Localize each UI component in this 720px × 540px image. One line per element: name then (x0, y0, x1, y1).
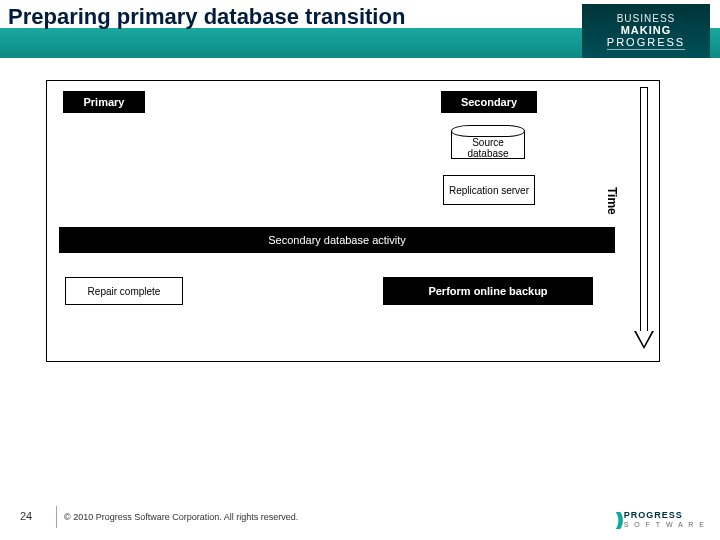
source-database-icon: Source database (451, 125, 525, 159)
logo-chevrons-icon: )) (616, 509, 620, 530)
primary-label: Primary (63, 91, 145, 113)
corporate-tag: BUSINESS MAKING PROGRESS (582, 4, 710, 58)
corp-line1: BUSINESS (617, 13, 676, 24)
corp-line3: PROGRESS (607, 36, 685, 50)
corp-line2: MAKING (621, 24, 672, 36)
source-database-label: Source database (451, 137, 525, 159)
time-label: Time (605, 187, 619, 215)
replication-server-box: Replication server (443, 175, 535, 205)
page-number: 24 (20, 510, 32, 522)
time-arrow: Time (621, 87, 653, 353)
progress-logo: )) PROGRESS S O F T W A R E (616, 509, 706, 530)
diagram-container: Primary Secondary Source database Replic… (46, 80, 660, 362)
perform-backup-box: Perform online backup (383, 277, 593, 305)
logo-sub: S O F T W A R E (624, 520, 706, 529)
logo-brand: PROGRESS (624, 511, 706, 520)
footer-divider (56, 506, 57, 528)
secondary-label: Secondary (441, 91, 537, 113)
repair-complete-box: Repair complete (65, 277, 183, 305)
secondary-activity-bar: Secondary database activity (59, 227, 615, 253)
copyright-text: © 2010 Progress Software Corporation. Al… (64, 512, 298, 522)
slide-title: Preparing primary database transition (8, 4, 405, 30)
